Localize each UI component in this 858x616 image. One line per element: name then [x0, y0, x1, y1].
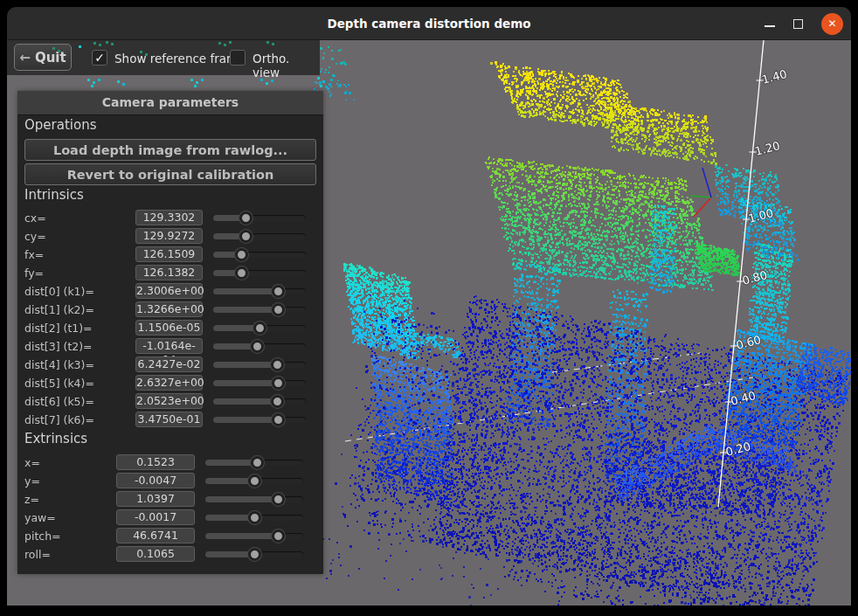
param-slider[interactable] — [213, 288, 306, 294]
toolbar: ← Quit ✓ Show reference frame Ortho. vie… — [7, 40, 320, 75]
param-value-input[interactable]: 46.6741 — [116, 528, 195, 543]
param-slider[interactable] — [213, 252, 306, 258]
load-depth-image-button[interactable]: Load depth image from rawlog... — [24, 139, 316, 161]
param-row: dist[0] (k1)=2.3006e+00 — [17, 282, 323, 301]
slider-fill — [213, 398, 280, 405]
param-value-input[interactable]: 0.1523 — [116, 454, 195, 470]
param-label: dist[0] (k1)= — [24, 285, 94, 298]
param-label: dist[2] (t1)= — [24, 322, 93, 335]
param-row: cx=129.3302 — [17, 209, 323, 227]
window-title: Depth camera distortion demo — [7, 7, 851, 40]
param-label: yaw= — [24, 511, 56, 524]
section-extrinsics: Extrinsics — [24, 431, 87, 446]
checkbox-ortho-view[interactable] — [230, 50, 246, 66]
checkbox-ortho-view-label: Ortho. view — [253, 52, 320, 80]
param-label: dist[6] (k5)= — [24, 395, 94, 408]
param-label: x= — [24, 456, 40, 469]
param-row: x=0.1523 — [17, 453, 323, 472]
param-value-input[interactable]: 1.3266e+00 — [135, 301, 203, 317]
param-label: y= — [24, 474, 40, 488]
param-value-input[interactable]: 129.9272 — [135, 228, 203, 244]
slider-knob[interactable] — [271, 395, 284, 408]
minimize-icon[interactable] — [765, 25, 775, 27]
slider-knob[interactable] — [251, 340, 264, 353]
left-arrow-icon: ← — [19, 50, 31, 66]
param-value-input[interactable]: 3.4750e-01 — [135, 412, 203, 427]
param-slider[interactable] — [213, 380, 306, 386]
param-value-input[interactable]: 126.1382 — [135, 265, 203, 280]
slider-fill — [205, 478, 254, 484]
param-slider[interactable] — [205, 496, 303, 502]
slider-knob[interactable] — [272, 413, 285, 426]
slider-knob[interactable] — [272, 529, 285, 543]
param-row: fx=126.1509 — [17, 246, 323, 264]
param-value-input[interactable]: -0.0017 — [116, 509, 195, 525]
window-controls: ✕ — [765, 7, 843, 40]
param-row: cy=129.9272 — [17, 227, 323, 246]
param-row: dist[6] (k5)=2.0523e+00 — [17, 392, 323, 411]
slider-knob[interactable] — [272, 493, 285, 506]
param-value-input[interactable]: -1.0164e-04 — [135, 338, 203, 354]
param-value-input[interactable]: 1.0397 — [116, 491, 195, 507]
param-slider[interactable] — [213, 233, 306, 239]
param-label: cy= — [24, 230, 46, 243]
slider-knob[interactable] — [272, 303, 285, 316]
param-slider[interactable] — [213, 270, 306, 276]
revert-calibration-button[interactable]: Revert to original calibration — [24, 163, 316, 185]
slider-knob[interactable] — [272, 377, 285, 390]
param-row: dist[3] (t2)=-1.0164e-04 — [17, 337, 323, 356]
param-value-input[interactable]: 6.2427e-02 — [135, 356, 203, 372]
param-label: dist[3] (t2)= — [24, 340, 93, 353]
titlebar: Depth camera distortion demo ✕ — [7, 7, 851, 40]
param-label: dist[7] (k6)= — [24, 413, 94, 426]
section-intrinsics: Intrinsics — [24, 187, 84, 203]
param-value-input[interactable]: 1.1506e-05 — [135, 320, 203, 336]
slider-fill — [213, 362, 280, 368]
slider-knob[interactable] — [239, 230, 253, 243]
param-slider[interactable] — [213, 215, 306, 221]
param-value-input[interactable]: 2.0523e+00 — [135, 393, 203, 409]
slider-fill — [205, 515, 254, 521]
slider-knob[interactable] — [248, 548, 261, 561]
slider-knob[interactable] — [235, 266, 248, 280]
param-label: cx= — [24, 211, 46, 225]
slider-knob[interactable] — [235, 248, 248, 261]
param-value-input[interactable]: 0.1065 — [116, 546, 195, 562]
checkbox-show-reference-frame[interactable]: ✓ — [92, 50, 107, 66]
param-slider[interactable] — [213, 362, 306, 368]
close-icon[interactable]: ✕ — [821, 13, 843, 35]
slider-knob[interactable] — [239, 211, 253, 225]
param-slider[interactable] — [213, 398, 306, 405]
param-slider[interactable] — [205, 533, 303, 539]
slider-knob[interactable] — [271, 358, 284, 371]
param-value-input[interactable]: 126.1509 — [135, 246, 203, 262]
param-label: dist[5] (k4)= — [24, 377, 94, 390]
maximize-icon[interactable] — [793, 19, 803, 29]
section-operations: Operations — [24, 117, 96, 133]
panel-header[interactable]: Camera parameters — [17, 91, 323, 115]
quit-button[interactable]: ← Quit — [14, 44, 72, 71]
camera-parameters-panel: Camera parameters Operations Load depth … — [17, 91, 323, 574]
param-label: dist[1] (k2)= — [24, 303, 94, 316]
checkbox-show-reference-frame-label: Show reference frame — [114, 52, 246, 66]
param-value-input[interactable]: -0.0047 — [116, 473, 195, 488]
param-slider[interactable] — [213, 307, 306, 313]
slider-knob[interactable] — [248, 511, 261, 524]
param-slider[interactable] — [213, 417, 306, 423]
param-row: dist[1] (k2)=1.3266e+00 — [17, 301, 323, 319]
slider-knob[interactable] — [251, 456, 264, 469]
param-row: fy=126.1382 — [17, 264, 323, 282]
slider-knob[interactable] — [272, 285, 285, 298]
param-label: fx= — [24, 248, 44, 261]
slider-knob[interactable] — [253, 322, 266, 335]
param-row: pitch=46.6741 — [17, 527, 323, 545]
param-value-input[interactable]: 129.3302 — [135, 210, 203, 225]
slider-knob[interactable] — [248, 474, 261, 488]
param-value-input[interactable]: 2.6327e+00 — [135, 375, 203, 391]
param-label: roll= — [24, 548, 51, 561]
3d-viewport[interactable]: 2.602.402.202.001.801.601.401.201.000.80… — [7, 40, 851, 606]
param-row: y=-0.0047 — [17, 472, 323, 490]
param-row: roll=0.1065 — [17, 545, 323, 564]
param-value-input[interactable]: 2.3006e+00 — [135, 283, 203, 299]
param-row: dist[2] (t1)=1.1506e-05 — [17, 319, 323, 337]
